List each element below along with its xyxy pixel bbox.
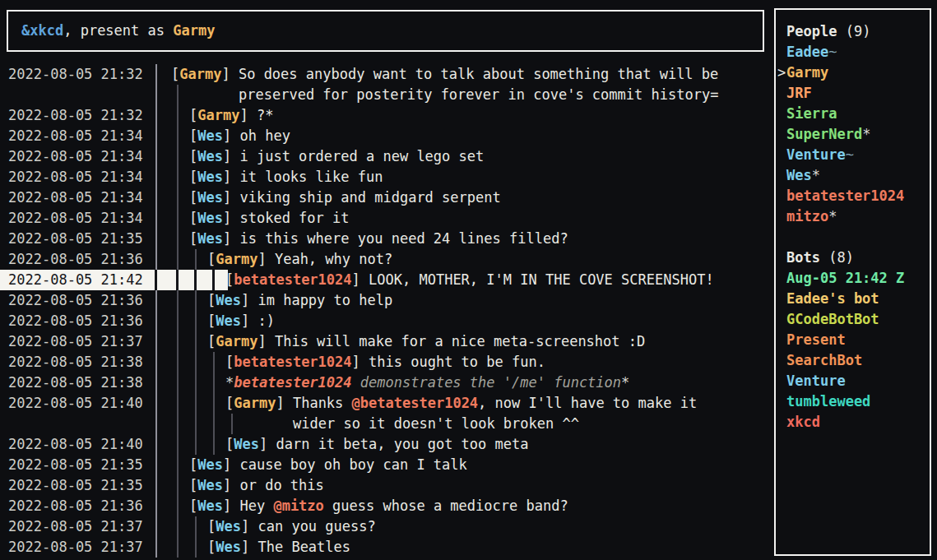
chat-row[interactable]: 2022-08-05 21:34[Wes] stoked for it bbox=[0, 208, 774, 229]
message-body: [Wes] darn it beta, you got too meta bbox=[225, 434, 529, 455]
user-list-item[interactable]: Venture~ bbox=[776, 145, 930, 165]
chat-row[interactable]: 2022-08-05 21:32[Garmy] ?* bbox=[0, 105, 774, 126]
message-text-segment: or do this bbox=[239, 477, 323, 493]
message-text-segment: betatester1024 bbox=[234, 374, 351, 391]
timestamp: 2022-08-05 21:35 bbox=[8, 475, 143, 496]
message-text-segment: preserved for posterity forever in cove'… bbox=[239, 86, 718, 103]
chat-row[interactable]: 2022-08-05 21:34[Wes] i just ordered a n… bbox=[0, 146, 774, 167]
message-text-segment: is this where you need 24 lines filled? bbox=[239, 230, 568, 247]
nick-bracket: [ bbox=[207, 292, 216, 308]
chat-row[interactable]: 2022-08-05 21:34[Wes] it looks like fun bbox=[0, 167, 774, 187]
message-body: preserved for posterity forever in cove'… bbox=[239, 85, 718, 105]
timestamp: 2022-08-05 21:35 bbox=[8, 455, 143, 475]
bot-list-item[interactable]: Present bbox=[776, 330, 930, 350]
nick-bracket: ] bbox=[276, 395, 292, 411]
user-list-item[interactable]: betatester1024 bbox=[776, 186, 930, 206]
message-text-segment: it looks like fun bbox=[239, 169, 383, 185]
chat-row[interactable]: 2022-08-05 21:37[Wes] The Beatles bbox=[0, 537, 774, 558]
message-text-segment: darn it beta, you got too meta bbox=[276, 436, 528, 452]
user-name: Sierra bbox=[786, 105, 837, 122]
user-list-item[interactable]: JRF bbox=[776, 83, 930, 104]
message-nick: betatester1024 bbox=[234, 271, 351, 288]
chat-row[interactable]: 2022-08-05 21:42[betatester1024] LOOK, M… bbox=[0, 270, 774, 290]
message-text-segment: cause boy oh boy can I talk bbox=[239, 456, 466, 473]
message-nick: Wes bbox=[216, 539, 241, 555]
chat-row[interactable]: 2022-08-05 21:34[Wes] viking ship and mi… bbox=[0, 187, 774, 208]
message-text-segment: demonstrates the '/me' function bbox=[352, 374, 622, 391]
message-text-segment: * bbox=[621, 374, 629, 391]
user-list-item[interactable]: SuperNerd* bbox=[776, 124, 930, 145]
app-root: &xkcd, present as Garmy 2022-08-05 21:32… bbox=[0, 0, 937, 560]
user-name: JRF bbox=[786, 85, 812, 101]
message-text-segment: i just ordered a new lego set bbox=[239, 148, 484, 164]
message-nick: Garmy bbox=[234, 395, 276, 411]
chat-row[interactable]: 2022-08-05 21:40[Wes] darn it beta, you … bbox=[0, 434, 774, 455]
chat-row[interactable]: 2022-08-05 21:36[Wes] :) bbox=[0, 311, 774, 331]
message-text-segment: @mitzo bbox=[273, 498, 323, 514]
chat-row-continuation[interactable]: preserved for posterity forever in cove'… bbox=[0, 85, 774, 105]
people-section-title: People (9) bbox=[776, 21, 930, 42]
chat-row[interactable]: 2022-08-05 21:37[Wes] can you guess? bbox=[0, 516, 774, 537]
message-body: wider so it doesn't look broken ^^ bbox=[293, 414, 579, 434]
user-list-item[interactable]: Sierra bbox=[776, 104, 930, 124]
nick-bracket: [ bbox=[171, 66, 179, 82]
bot-list-item[interactable]: xkcd bbox=[776, 412, 930, 433]
message-text-segment: :) bbox=[257, 312, 274, 329]
user-list-item[interactable]: >Garmy bbox=[776, 62, 930, 83]
nick-bracket: [ bbox=[189, 189, 197, 206]
nick-bracket: [ bbox=[189, 230, 197, 247]
timestamp: 2022-08-05 21:34 bbox=[8, 187, 143, 208]
nick-bracket: ] bbox=[223, 230, 239, 247]
bot-list-item[interactable]: SearchBot bbox=[776, 350, 930, 371]
chat-row[interactable]: 2022-08-05 21:34[Wes] oh hey bbox=[0, 126, 774, 146]
timestamp: 2022-08-05 21:40 bbox=[8, 434, 143, 455]
nick-bracket: [ bbox=[207, 518, 216, 535]
message-body: [Wes] i just ordered a new lego set bbox=[189, 146, 484, 167]
chat-row-action[interactable]: 2022-08-05 21:38*betatester1024 demonstr… bbox=[0, 373, 774, 393]
bot-list-item[interactable]: GCodeBotBot bbox=[776, 309, 930, 330]
message-body: [Wes] im happy to help bbox=[207, 290, 392, 311]
user-status-suffix: * bbox=[862, 126, 870, 142]
message-text-segment: The Beatles bbox=[257, 539, 350, 555]
user-status-suffix: ~ bbox=[828, 44, 837, 60]
chat-row[interactable]: 2022-08-05 21:36[Garmy] Yeah, why not? bbox=[0, 249, 774, 270]
message-text-segment: viking ship and midgard serpent bbox=[239, 189, 500, 206]
message-text-segment: stoked for it bbox=[239, 210, 349, 226]
bot-list-item[interactable]: Aug-05 21:42 Z bbox=[776, 268, 930, 289]
chat-row-continuation[interactable]: wider so it doesn't look broken ^^ bbox=[0, 414, 774, 434]
bot-name: tumbleweed bbox=[786, 393, 870, 410]
chat-row[interactable]: 2022-08-05 21:40[Garmy] Thanks @betatest… bbox=[0, 393, 774, 414]
bot-list-item[interactable]: Venture bbox=[776, 371, 930, 391]
message-text-segment: can you guess? bbox=[257, 518, 375, 535]
nick-bracket: ] bbox=[223, 169, 239, 185]
user-list-item[interactable]: Wes* bbox=[776, 165, 930, 186]
chat-row[interactable]: 2022-08-05 21:32[Garmy] So does anybody … bbox=[0, 64, 774, 85]
chat-row[interactable]: 2022-08-05 21:35[Wes] cause boy oh boy c… bbox=[0, 455, 774, 475]
nick-bracket: [ bbox=[189, 210, 197, 226]
timestamp: 2022-08-05 21:36 bbox=[8, 249, 143, 270]
chat-row[interactable]: 2022-08-05 21:35[Wes] or do this bbox=[0, 475, 774, 496]
message-nick: Wes bbox=[197, 456, 223, 473]
bot-list-item[interactable]: Eadee's bot bbox=[776, 289, 930, 309]
user-name: Venture bbox=[786, 146, 846, 163]
chat-row[interactable]: 2022-08-05 21:38[betatester1024] this ou… bbox=[0, 352, 774, 373]
nick-bracket: ] bbox=[257, 333, 274, 349]
chat-row[interactable]: 2022-08-05 21:37[Garmy] This will make f… bbox=[0, 331, 774, 352]
timestamp: 2022-08-05 21:38 bbox=[8, 373, 143, 393]
nick-bracket: ] bbox=[223, 477, 239, 493]
chat-row[interactable]: 2022-08-05 21:36[Wes] Hey @mitzo guess w… bbox=[0, 496, 774, 516]
message-body: [Garmy] Yeah, why not? bbox=[207, 249, 392, 270]
nick-bracket: ] bbox=[223, 189, 239, 206]
bot-list-item[interactable]: tumbleweed bbox=[776, 391, 930, 412]
chat-row[interactable]: 2022-08-05 21:35[Wes] is this where you … bbox=[0, 229, 774, 249]
message-body: [Wes] stoked for it bbox=[189, 208, 350, 229]
message-text-segment: Yeah, why not? bbox=[275, 251, 392, 267]
user-status-suffix: * bbox=[828, 208, 837, 224]
user-list-item[interactable]: Eadee~ bbox=[776, 42, 930, 62]
user-list-item[interactable]: mitzo* bbox=[776, 206, 930, 227]
timestamp: 2022-08-05 21:32 bbox=[8, 105, 143, 126]
channel-name: &xkcd bbox=[21, 22, 63, 39]
bot-name: SearchBot bbox=[786, 352, 862, 368]
chat-row[interactable]: 2022-08-05 21:36[Wes] im happy to help bbox=[0, 290, 774, 311]
bots-list: Aug-05 21:42 ZEadee's botGCodeBotBotPres… bbox=[776, 268, 930, 433]
